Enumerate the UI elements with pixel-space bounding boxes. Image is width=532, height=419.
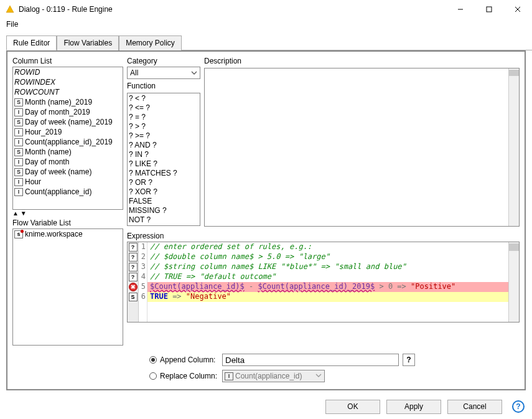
function-label: Function: [127, 82, 200, 90]
column-item[interactable]: IHour: [13, 177, 123, 187]
right-column: Category All Function ? < ?? <= ?? = ?? …: [127, 57, 520, 346]
left-column: Column List ROWIDROWINDEXROWCOUNTSMonth …: [12, 57, 123, 346]
flow-variable-list[interactable]: sknime.workspace: [12, 228, 123, 346]
code-line[interactable]: $Count(appliance_id)$ - $Count(appliance…: [147, 282, 508, 292]
category-select[interactable]: All: [127, 67, 200, 79]
column-item[interactable]: IDay of month_2019: [13, 107, 123, 117]
code-line[interactable]: // $double column name$ > 5.0 => "large": [147, 252, 508, 262]
code-line[interactable]: // TRUE => "default outcome": [147, 272, 508, 282]
function-item[interactable]: ? < ?: [129, 94, 198, 103]
flow-variable-section: Flow Variable List sknime.workspace: [12, 219, 123, 346]
append-column-input[interactable]: [222, 354, 399, 366]
chevron-down-icon: [315, 372, 322, 380]
column-meta-item[interactable]: ROWID: [13, 67, 123, 77]
column-item[interactable]: ICount(appliance_id): [13, 187, 123, 197]
column-name: Day of week (name): [25, 167, 91, 177]
function-item[interactable]: ? MATCHES ?: [129, 169, 198, 178]
expression-scrollbar[interactable]: [508, 242, 519, 322]
category-selected: All: [130, 68, 138, 77]
column-item[interactable]: SDay of week (name)_2019: [13, 117, 123, 127]
column-item[interactable]: IHour_2019: [13, 127, 123, 137]
question-icon: ?: [129, 273, 138, 281]
expression-editor[interactable]: ????✖S 123456 // enter ordered set of ru…: [127, 242, 520, 322]
maximize-button[interactable]: [475, 0, 503, 19]
line-number: 6: [139, 292, 147, 302]
type-badge: I: [14, 178, 23, 186]
apply-button[interactable]: Apply: [386, 400, 441, 414]
function-item[interactable]: MISSING ?: [129, 206, 198, 215]
column-name: Count(appliance_id)_2019: [25, 137, 113, 147]
column-name: Hour_2019: [25, 127, 62, 137]
gutter-row: ?: [128, 252, 138, 262]
line-numbers: 123456: [139, 242, 147, 322]
type-badge: I: [14, 188, 23, 196]
column-name: Day of month_2019: [25, 107, 90, 117]
replace-column-value: Count(appliance_id): [235, 372, 302, 380]
function-item[interactable]: ? > ?: [129, 122, 198, 131]
question-icon: ?: [129, 243, 138, 252]
column-item[interactable]: ICount(appliance_id)_2019: [13, 137, 123, 147]
minimize-button[interactable]: [446, 0, 475, 19]
window-title: Dialog - 0:119 - Rule Engine: [19, 5, 446, 14]
function-item[interactable]: ? AND ?: [129, 141, 198, 150]
code-area[interactable]: // enter ordered set of rules, e.g.:// $…: [147, 242, 508, 322]
line-number: 3: [139, 262, 147, 272]
append-column-label: Append Column:: [160, 355, 222, 364]
category-label: Category: [127, 57, 200, 65]
gutter: ????✖S: [128, 242, 139, 322]
app-icon: [5, 4, 15, 14]
column-meta-item[interactable]: ROWCOUNT: [13, 87, 123, 97]
title-bar: Dialog - 0:119 - Rule Engine: [0, 0, 532, 19]
tab-memory-policy[interactable]: Memory Policy: [119, 35, 182, 50]
question-icon: ?: [129, 263, 138, 271]
close-button[interactable]: [503, 0, 532, 19]
function-item[interactable]: FALSE: [129, 197, 198, 206]
scroll-indicator[interactable]: ▲ ▼: [12, 210, 123, 216]
function-item[interactable]: NOT ?: [129, 215, 198, 225]
type-badge: S: [14, 168, 23, 176]
code-line[interactable]: // enter ordered set of rules, e.g.:: [147, 242, 508, 252]
code-line[interactable]: TRUE => "Negative": [147, 292, 508, 302]
function-list[interactable]: ? < ?? <= ?? = ?? > ?? >= ?? AND ?? IN ?…: [127, 93, 200, 226]
column-item[interactable]: IDay of month: [13, 157, 123, 167]
column-list[interactable]: ROWIDROWINDEXROWCOUNTSMonth (name)_2019I…: [12, 67, 123, 210]
description-box: [204, 68, 520, 227]
help-button[interactable]: ?: [512, 400, 525, 413]
expression-label: Expression: [127, 232, 520, 240]
type-badge: I: [14, 158, 23, 166]
replace-column-combo[interactable]: I Count(appliance_id): [222, 370, 325, 382]
menu-file[interactable]: File: [2, 19, 22, 30]
function-item[interactable]: ? OR ?: [129, 178, 198, 187]
append-column-radio[interactable]: [149, 356, 157, 364]
ok-button[interactable]: OK: [325, 400, 380, 414]
description-scrollbar[interactable]: [508, 68, 519, 226]
append-help-button[interactable]: ?: [403, 354, 415, 366]
flow-variable-item[interactable]: sknime.workspace: [13, 229, 123, 239]
cancel-button[interactable]: Cancel: [447, 400, 502, 414]
function-item[interactable]: ? XOR ?: [129, 187, 198, 197]
column-item[interactable]: SDay of week (name): [13, 167, 123, 177]
function-item[interactable]: ? <= ?: [129, 103, 198, 113]
type-badge: S: [14, 118, 23, 126]
category-function-col: Category All Function ? < ?? <= ?? = ?? …: [127, 57, 200, 227]
line-number: 5: [139, 282, 147, 292]
column-item[interactable]: SMonth (name)_2019: [13, 97, 123, 107]
description-col: Description: [204, 57, 520, 227]
code-line[interactable]: // $string column name$ LIKE "*blue*" =>…: [147, 262, 508, 272]
column-meta-item[interactable]: ROWINDEX: [13, 77, 123, 87]
svg-marker-0: [6, 6, 14, 12]
tab-flow-variables[interactable]: Flow Variables: [57, 35, 119, 50]
gutter-row: ?: [128, 272, 138, 282]
function-item[interactable]: ? LIKE ?: [129, 159, 198, 169]
function-item[interactable]: ? = ?: [129, 113, 198, 122]
category-description-row: Category All Function ? < ?? <= ?? = ?? …: [127, 57, 520, 227]
line-number: 1: [139, 242, 147, 252]
replace-column-radio[interactable]: [149, 372, 157, 380]
svg-rect-2: [487, 7, 492, 12]
function-item[interactable]: ? IN ?: [129, 150, 198, 159]
column-item[interactable]: SMonth (name): [13, 147, 123, 157]
line-number: 4: [139, 272, 147, 282]
flow-variable-icon: s: [14, 230, 23, 238]
tab-rule-editor[interactable]: Rule Editor: [6, 35, 57, 50]
function-item[interactable]: ? >= ?: [129, 131, 198, 141]
